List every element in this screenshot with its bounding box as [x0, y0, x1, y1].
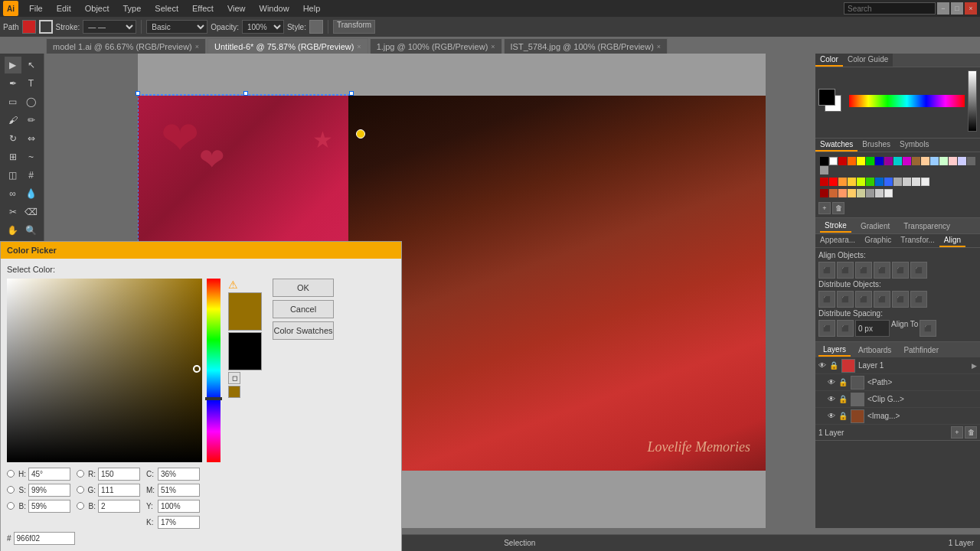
layer-item-1[interactable]: 👁 🔒 <Path>: [815, 374, 980, 391]
align-center-v-btn[interactable]: ⬛: [892, 262, 909, 279]
lock-icon-3[interactable]: 🔒: [838, 412, 848, 420]
menu-edit[interactable]: Edit: [51, 2, 77, 15]
swatch-cobalt[interactable]: [875, 178, 884, 186]
delete-layer-btn[interactable]: 🗑: [965, 426, 977, 439]
menu-object[interactable]: Object: [79, 2, 116, 15]
swatch-purple[interactable]: [884, 157, 893, 165]
blue-input[interactable]: [98, 500, 140, 513]
swatch-khaki[interactable]: [857, 189, 865, 197]
align-center-h-btn[interactable]: ⬛: [837, 262, 854, 279]
align-bottom-btn[interactable]: ⬛: [910, 262, 927, 279]
style-picker[interactable]: [309, 20, 323, 34]
swatch-lightgray[interactable]: [820, 166, 828, 174]
swatch-lightred[interactable]: [949, 157, 957, 165]
dist-center-v-btn[interactable]: ⬛: [892, 291, 909, 308]
selection-tool[interactable]: ▶: [5, 57, 21, 73]
menu-view[interactable]: View: [221, 2, 252, 15]
swatch-magenta[interactable]: [903, 157, 911, 165]
opacity-select[interactable]: 100%: [242, 20, 284, 34]
swatch-maroon[interactable]: [820, 189, 828, 197]
h-input[interactable]: [28, 468, 70, 481]
swatch-orange[interactable]: [848, 157, 856, 165]
close-button[interactable]: ×: [965, 2, 977, 15]
menu-type[interactable]: Type: [117, 2, 148, 15]
scissors-tool[interactable]: ✂: [5, 204, 21, 220]
minimize-button[interactable]: −: [937, 2, 949, 15]
eye-icon-3[interactable]: 👁: [828, 412, 835, 420]
stroke-color-btn[interactable]: [39, 20, 53, 34]
dist-left-btn[interactable]: ⬛: [818, 291, 835, 308]
swatch-lime[interactable]: [857, 178, 865, 186]
artboards-tab[interactable]: Artboards: [854, 344, 896, 356]
eye-icon-1[interactable]: 👁: [828, 378, 835, 386]
brush-tool[interactable]: 🖌: [5, 112, 21, 129]
dist-bottom-btn[interactable]: ⬛: [910, 291, 927, 308]
tab-ist5784[interactable]: IST_5784.jpg @ 100% (RGB/Preview) ×: [504, 38, 668, 54]
direct-selection-tool[interactable]: ↖: [23, 57, 40, 73]
tab-model1[interactable]: model 1.ai @ 66.67% (RGB/Preview) ×: [46, 38, 206, 54]
lock-icon-0[interactable]: 🔒: [829, 361, 838, 370]
eye-icon-2[interactable]: 👁: [828, 395, 835, 403]
brushes-tab[interactable]: Brushes: [858, 139, 895, 152]
dist-space-h-btn[interactable]: ⬛: [818, 320, 835, 337]
selection-handle-tl[interactable]: [136, 91, 140, 96]
swatch-brown[interactable]: [912, 157, 920, 165]
color-picker-title-bar[interactable]: Color Picker: [1, 242, 401, 259]
b-input[interactable]: [28, 500, 70, 513]
swatch-peach[interactable]: [921, 157, 929, 165]
stroke-select[interactable]: — —: [83, 20, 136, 34]
artwork-right[interactable]: Lovelife Memories: [348, 96, 766, 471]
swatch-salmon[interactable]: [838, 189, 847, 197]
out-of-gamut-warning[interactable]: ⚠: [228, 279, 262, 291]
swatch-white[interactable]: [829, 157, 838, 165]
y-input[interactable]: [158, 500, 200, 513]
layer-item-2[interactable]: 👁 🔒 <Clip G...>: [815, 391, 980, 408]
gradient-tab[interactable]: Gradient: [856, 220, 894, 232]
pathfinder-tab[interactable]: Pathfinder: [899, 344, 943, 356]
tab-close-untitled6[interactable]: ×: [357, 43, 361, 51]
hand-tool[interactable]: ✋: [5, 222, 21, 239]
tab-untitled6[interactable]: Untitled-6* @ 75.87% (RGB/Preview) ×: [207, 38, 368, 54]
eyedropper-tool[interactable]: 💧: [23, 185, 40, 202]
rotate-tool[interactable]: ↻: [5, 130, 21, 147]
swatch-nearwhite[interactable]: [884, 189, 893, 197]
swatch-amber[interactable]: [838, 178, 847, 186]
swatch-cyan[interactable]: [893, 157, 902, 165]
swatch-gold[interactable]: [848, 178, 856, 186]
symbols-tab[interactable]: Symbols: [895, 139, 933, 152]
color-spectrum-bar[interactable]: [849, 95, 965, 107]
transform-tab[interactable]: Transfor...: [896, 234, 939, 247]
dist-center-h-btn[interactable]: ⬛: [837, 291, 854, 308]
graphic-tab[interactable]: Graphic: [860, 234, 896, 247]
dist-right-btn[interactable]: ⬛: [855, 291, 872, 308]
layer-expand-0[interactable]: ▶: [972, 362, 977, 370]
swatch-lt-silver[interactable]: [875, 189, 884, 197]
menu-window[interactable]: Window: [253, 2, 296, 15]
r-input[interactable]: [98, 468, 140, 481]
dist-top-btn[interactable]: ⬛: [874, 291, 890, 308]
align-left-btn[interactable]: ⬛: [818, 262, 835, 279]
swatches-tab[interactable]: Swatches: [815, 139, 858, 152]
menu-select[interactable]: Select: [149, 2, 185, 15]
warp-tool[interactable]: ~: [23, 148, 40, 165]
tab-close-ist5784[interactable]: ×: [657, 43, 661, 51]
g-radio[interactable]: [77, 486, 84, 494]
swatch-green2[interactable]: [866, 178, 874, 186]
align-top-btn[interactable]: ⬛: [874, 262, 890, 279]
menu-effect[interactable]: Effect: [186, 2, 220, 15]
swatch-green[interactable]: [866, 157, 874, 165]
eraser-tool[interactable]: ⌫: [23, 204, 40, 220]
color-guide-tab[interactable]: Color Guide: [843, 54, 893, 67]
swatch-medgray[interactable]: [866, 189, 874, 197]
layer-item-0[interactable]: 👁 🔒 Layer 1 ▶: [815, 357, 980, 374]
color-gradient-box[interactable]: [7, 279, 202, 462]
ok-button[interactable]: OK: [273, 279, 334, 297]
blue-radio[interactable]: [77, 502, 84, 510]
color-swatches-button[interactable]: Color Swatches: [273, 321, 334, 340]
align-right-btn[interactable]: ⬛: [855, 262, 872, 279]
brightness-bar[interactable]: [968, 70, 977, 132]
maximize-button[interactable]: □: [951, 2, 963, 15]
swatch-royal[interactable]: [884, 178, 893, 186]
scale-tool[interactable]: ⊞: [5, 148, 21, 165]
layers-tab[interactable]: Layers: [818, 344, 851, 357]
